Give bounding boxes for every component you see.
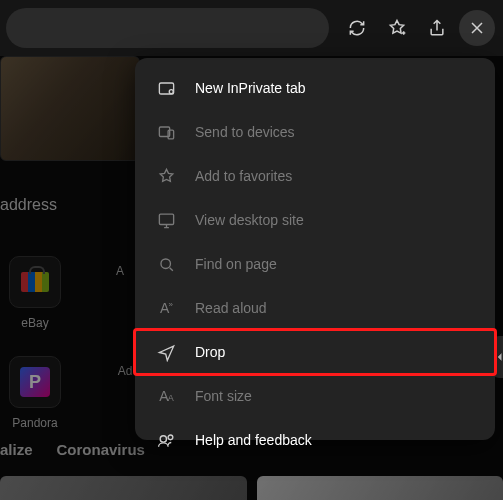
close-button[interactable] xyxy=(459,10,495,46)
search-page-icon xyxy=(153,251,179,277)
hero-image xyxy=(0,56,140,161)
tile-label: Ad xyxy=(118,364,133,378)
close-icon xyxy=(467,18,487,38)
read-aloud-icon: A» xyxy=(153,295,179,321)
devices-icon xyxy=(153,119,179,145)
menu-item-font-size[interactable]: AA Font size xyxy=(135,374,495,418)
menu-item-label: Help and feedback xyxy=(195,432,312,448)
chevron-left-icon xyxy=(494,349,503,365)
font-size-icon: AA xyxy=(153,383,179,409)
quick-tile[interactable]: A xyxy=(110,256,130,330)
menu-item-send-to-devices[interactable]: Send to devices xyxy=(135,110,495,154)
svg-point-6 xyxy=(160,435,166,441)
refresh-button[interactable] xyxy=(339,10,375,46)
send-icon xyxy=(153,339,179,365)
enter-address-label: address xyxy=(0,196,57,214)
overflow-menu: New InPrivate tab Send to devices Add to… xyxy=(135,58,495,440)
browser-toolbar xyxy=(0,0,503,56)
menu-item-add-favorites[interactable]: Add to favorites xyxy=(135,154,495,198)
news-tab[interactable]: alize xyxy=(0,441,33,458)
menu-item-label: View desktop site xyxy=(195,212,304,228)
refresh-icon xyxy=(347,18,367,38)
desktop-icon xyxy=(153,207,179,233)
menu-item-label: Read aloud xyxy=(195,300,267,316)
svg-rect-3 xyxy=(168,130,174,139)
menu-item-label: Find on page xyxy=(195,256,277,272)
star-icon xyxy=(153,163,179,189)
news-thumbnail[interactable] xyxy=(0,476,247,500)
help-icon xyxy=(153,427,179,453)
menu-item-label: Add to favorites xyxy=(195,168,292,184)
menu-item-label: Drop xyxy=(195,344,225,360)
svg-point-5 xyxy=(160,258,170,268)
menu-item-label: Send to devices xyxy=(195,124,295,140)
svg-point-1 xyxy=(169,89,173,93)
menu-item-label: Font size xyxy=(195,388,252,404)
svg-rect-4 xyxy=(159,214,173,224)
menu-item-new-inprivate[interactable]: New InPrivate tab xyxy=(135,66,495,110)
share-button[interactable] xyxy=(419,10,455,46)
ebay-icon xyxy=(21,272,49,292)
news-tab[interactable]: Coronavirus xyxy=(57,441,145,458)
favorites-button[interactable] xyxy=(379,10,415,46)
menu-item-view-desktop[interactable]: View desktop site xyxy=(135,198,495,242)
star-plus-icon xyxy=(387,18,407,38)
menu-item-find-on-page[interactable]: Find on page xyxy=(135,242,495,286)
quick-tile-pandora[interactable]: P Pandora xyxy=(0,356,70,430)
svg-rect-0 xyxy=(159,82,173,93)
menu-item-label: New InPrivate tab xyxy=(195,80,306,96)
menu-item-help-feedback[interactable]: Help and feedback xyxy=(135,418,495,462)
share-icon xyxy=(427,18,447,38)
news-tabs: alize Coronavirus xyxy=(0,441,145,458)
tile-label: eBay xyxy=(21,316,48,330)
svg-point-7 xyxy=(168,434,173,439)
tile-label: A xyxy=(116,264,124,278)
news-thumbnail[interactable] xyxy=(257,476,504,500)
pandora-icon: P xyxy=(20,367,50,397)
tile-label: Pandora xyxy=(12,416,57,430)
inprivate-icon xyxy=(153,75,179,101)
address-bar[interactable] xyxy=(6,8,329,48)
quick-tile-ebay[interactable]: eBay xyxy=(0,256,70,330)
menu-item-read-aloud[interactable]: A» Read aloud xyxy=(135,286,495,330)
menu-item-drop[interactable]: Drop xyxy=(135,330,495,374)
